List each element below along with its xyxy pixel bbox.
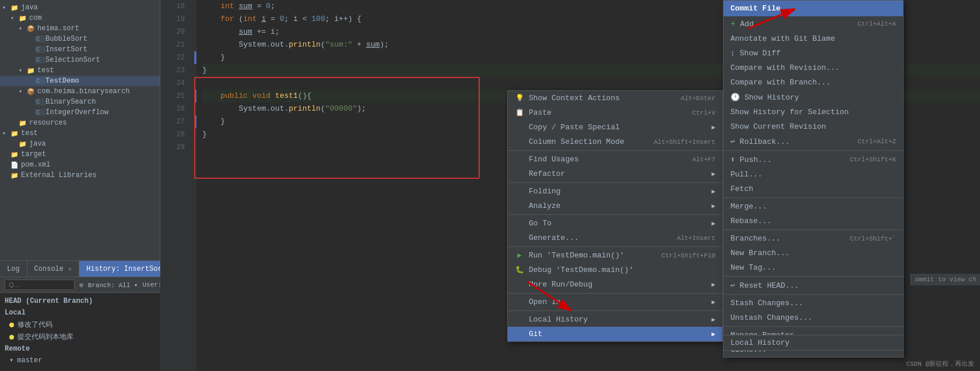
sidebar-item-label: test	[21, 129, 38, 137]
git-push[interactable]: ⬆ Push... Ctrl+Shift+K	[723, 152, 903, 167]
git-fetch[interactable]: Fetch	[723, 182, 903, 196]
ctx-find-usages[interactable]: Find Usages Alt+F7	[508, 152, 722, 167]
tab-console-label: Console	[34, 265, 64, 273]
chevron-down-icon: ▾	[2, 4, 10, 11]
git-merge[interactable]: Merge...	[723, 199, 903, 214]
submenu-arrow-icon: ▶	[711, 298, 715, 306]
git-pull[interactable]: Pull...	[723, 167, 903, 182]
sidebar-item-pom[interactable]: 📄 pom.xml	[0, 160, 160, 170]
chevron-down-icon: ▾	[19, 88, 27, 95]
ctx-debug[interactable]: 🐛 Debug 'TestDemo.main()'	[508, 263, 722, 277]
git-add[interactable]: + Add Ctrl+Alt+A	[723, 16, 903, 31]
ctx-show-context-actions[interactable]: 💡 Show Context Actions Alt+Enter	[508, 91, 722, 105]
ctx-shortcut: Ctrl+Shift+F10	[662, 252, 715, 259]
ctx-label: Generate...	[529, 234, 579, 242]
sidebar-item-target[interactable]: 📁 target	[0, 149, 160, 160]
git-new-tag[interactable]: New Tag...	[723, 260, 903, 275]
push-label: Push...	[740, 156, 772, 164]
folder-icon: 📁	[10, 172, 21, 179]
ctx-run[interactable]: ▶ Run 'TestDemo.main()' Ctrl+Shift+F10	[508, 248, 722, 263]
ctx-paste[interactable]: 📋 Paste Ctrl+V	[508, 105, 722, 120]
line-num-23: 23	[165, 64, 185, 77]
sidebar-item-java-test[interactable]: 📁 java	[0, 139, 160, 149]
unstash-label: Unstash Changes...	[730, 313, 812, 322]
submenu-arrow-icon: ▶	[711, 202, 715, 210]
ctx-label: Show Context Actions	[529, 94, 620, 103]
git-compare-branch[interactable]: Compare with Branch...	[723, 75, 903, 90]
sidebar-item-test-root[interactable]: ▾ 📁 test	[0, 128, 160, 139]
push-icon: ⬆	[730, 155, 735, 164]
sidebar-item-insertsort[interactable]: C InsertSort	[0, 44, 160, 55]
git-search-input[interactable]	[5, 280, 75, 290]
git-rollback[interactable]: ↩ Rollback... Ctrl+Alt+Z	[723, 134, 903, 149]
sidebar-item-heima-sort[interactable]: ▾ 📦 heima.sort	[0, 23, 160, 34]
git-new-branch[interactable]: New Branch...	[723, 246, 903, 260]
commit-dot	[9, 323, 14, 327]
git-rebase[interactable]: Rebase...	[723, 214, 903, 228]
line-num-25: 25	[165, 90, 185, 103]
ctx-refactor[interactable]: Refactor ▶	[508, 167, 722, 181]
show-history-selection-label: Show History for Selection	[730, 108, 849, 116]
run-icon: ▶	[515, 251, 524, 260]
commit-view-label: ommit to view ch	[915, 276, 977, 283]
sidebar-item-bubblesort[interactable]: C BubbleSort	[0, 34, 160, 44]
ctx-label: Copy / Paste Special	[529, 123, 620, 132]
ctx-more-run[interactable]: More Run/Debug ▶	[508, 277, 722, 292]
sidebar-item-resources[interactable]: 📁 resources	[0, 118, 160, 128]
ctx-generate[interactable]: Generate... Alt+Insert	[508, 231, 722, 245]
class-icon: C	[35, 36, 45, 43]
package-icon: 📦	[27, 88, 37, 96]
git-annotate[interactable]: Annotate with Git Blame	[723, 31, 903, 46]
ctx-git[interactable]: Git ▶	[508, 327, 722, 341]
sidebar-item-selectionsort[interactable]: C SelectionSort	[0, 55, 160, 65]
ctx-folding[interactable]: Folding ▶	[508, 184, 722, 199]
tab-console[interactable]: Console ✕	[27, 261, 79, 277]
git-show-history[interactable]: 🕐 Show History	[723, 90, 903, 105]
add-shortcut: Ctrl+Alt+A	[858, 20, 896, 27]
ctx-shortcut: Alt+Insert	[677, 235, 715, 242]
git-branches[interactable]: Branches... Ctrl+Shift+`	[723, 231, 903, 246]
commit-file-label: Commit File...	[730, 4, 794, 13]
sidebar-item-testdemo[interactable]: C TestDemo	[0, 76, 160, 86]
local-history-item[interactable]: Local History	[723, 335, 903, 350]
ctx-local-history[interactable]: Local History ▶	[508, 312, 722, 327]
ctx-open-in[interactable]: Open In ▶	[508, 295, 722, 309]
git-reset-head[interactable]: ↩ Reset HEAD...	[723, 278, 903, 293]
sidebar-item-com[interactable]: ▾ 📁 com	[0, 13, 160, 23]
line-num-28: 28	[165, 128, 185, 141]
git-show-diff[interactable]: ↕ Show Diff	[723, 46, 903, 61]
sidebar-item-java[interactable]: ▾ 📁 java	[0, 2, 160, 13]
show-diff-label: Show Diff	[740, 49, 781, 58]
sidebar-item-binarysearch[interactable]: C BinarySearch	[0, 97, 160, 107]
ctx-column-selection[interactable]: Column Selection Mode Alt+Shift+Insert	[508, 135, 722, 149]
sidebar-item-label: External Libraries	[21, 171, 97, 179]
ctx-goto[interactable]: Go To ▶	[508, 216, 722, 231]
ctx-label: Refactor	[529, 169, 565, 178]
package-icon: 📦	[27, 25, 37, 33]
watermark-text: CSDN @新征程，再出发	[906, 361, 974, 368]
git-stash[interactable]: Stash Changes...	[723, 296, 903, 310]
git-unstash[interactable]: Unstash Changes...	[723, 310, 903, 325]
git-submenu-title[interactable]: Commit File...	[723, 1, 903, 16]
local-history-label: Local History	[730, 338, 789, 347]
folder-icon: 📁	[19, 140, 29, 148]
git-compare-revision[interactable]: Compare with Revision...	[723, 61, 903, 75]
ctx-label: More Run/Debug	[529, 280, 592, 289]
sidebar-item-test[interactable]: ▾ 📁 test	[0, 65, 160, 76]
ctx-separator-3	[508, 214, 722, 215]
rollback-icon: ↩	[730, 137, 735, 146]
close-icon[interactable]: ✕	[68, 266, 72, 273]
git-show-history-selection[interactable]: Show History for Selection	[723, 105, 903, 119]
ctx-analyze[interactable]: Analyze ▶	[508, 199, 722, 213]
ctx-shortcut: Alt+F7	[692, 156, 715, 163]
submenu-separator-3	[723, 229, 903, 230]
sidebar-item-external-libs[interactable]: 📁 External Libraries	[0, 170, 160, 181]
tab-log[interactable]: Log	[0, 261, 27, 277]
rebase-label: Rebase...	[730, 217, 771, 225]
sidebar-item-binarysearch-pkg[interactable]: ▾ 📦 com.heima.binarysearch	[0, 86, 160, 97]
sidebar-item-integeroverflow[interactable]: C IntegerOverflow	[0, 107, 160, 118]
paste-icon: 📋	[515, 108, 524, 117]
ctx-copy-paste-special[interactable]: Copy / Paste Special ▶	[508, 120, 722, 135]
git-show-current-revision[interactable]: Show Current Revision	[723, 119, 903, 134]
sidebar-item-label: IntegerOverflow	[45, 108, 108, 116]
